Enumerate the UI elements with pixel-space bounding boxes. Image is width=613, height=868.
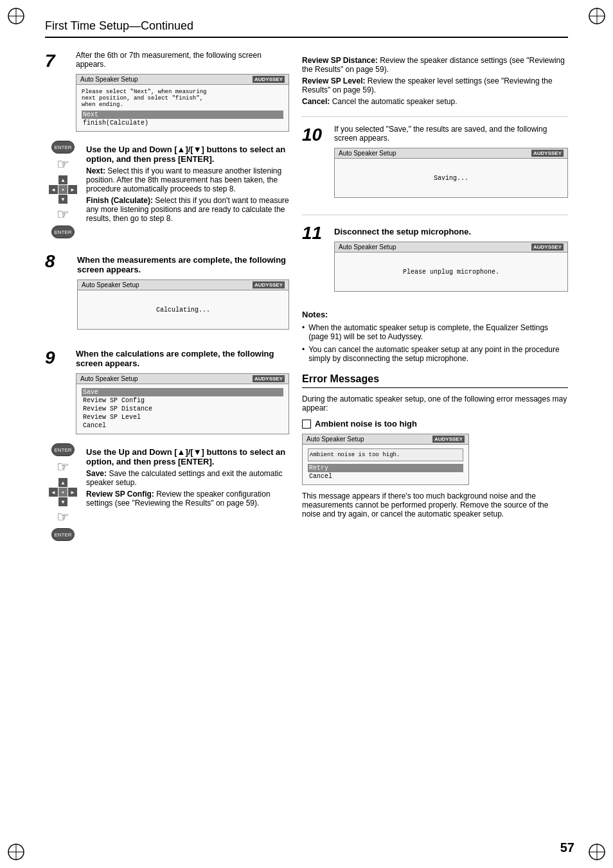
arrow-empty-1 bbox=[49, 175, 58, 184]
step-7-screen-header: Auto Speaker Setup AUDYSSEY bbox=[76, 75, 289, 85]
step-10-screen-title: Auto Speaker Setup bbox=[339, 150, 396, 157]
error-intro: During the automatic speaker setup, one … bbox=[302, 394, 568, 412]
divider-1 bbox=[302, 116, 568, 117]
note-1-bullet: • bbox=[302, 323, 305, 341]
page-title: First Time Setup—Continued bbox=[45, 19, 193, 32]
ambient-noise-screen-body: Ambient noise is too high. Retry Cancel bbox=[303, 445, 468, 484]
step-9-number: 9 bbox=[45, 348, 71, 439]
step-7-intro-text: After the 6th or 7th measurement, the fo… bbox=[76, 51, 289, 69]
step-7-screen-text: Please select "Next", when measuring nex… bbox=[82, 89, 283, 108]
step-7-screen-body: Please select "Next", when measuring nex… bbox=[76, 85, 289, 131]
corner-mark-top-right bbox=[587, 6, 607, 26]
right-column: Review SP Distance: Review the speaker d… bbox=[302, 51, 568, 554]
step-9-arrow-empty-1 bbox=[49, 478, 58, 487]
ambient-noise-desc: This message appears if there's too much… bbox=[302, 492, 568, 518]
step-9-menu-level: Review SP Level bbox=[82, 413, 283, 421]
step-8-screen: Auto Speaker Setup AUDYSSEY Calculating.… bbox=[77, 279, 289, 330]
ambient-noise-cancel: Cancel bbox=[308, 472, 463, 481]
ambient-noise-screen-title: Auto Speaker Setup bbox=[306, 436, 364, 443]
step-7-menu-finish: finish(Calculate) bbox=[82, 119, 283, 127]
step-11-screen-text: Please unplug microphone. bbox=[403, 269, 499, 276]
note-1: • When the automatic speaker setup is co… bbox=[302, 323, 568, 341]
step-8-screen-header: Auto Speaker Setup AUDYSSEY bbox=[78, 280, 289, 290]
corner-mark-top-left bbox=[6, 6, 26, 26]
step-9-config: Review SP Config: Review the speaker con… bbox=[86, 490, 289, 508]
arrow-right: ► bbox=[68, 185, 77, 194]
step-9-menu-cancel: Cancel bbox=[82, 421, 283, 430]
step-9-body: ENTER ☞ ▲ ◄ ● ► ▼ ☞ bbox=[45, 443, 289, 541]
step-9-menu-config: Review SP Config bbox=[82, 396, 283, 405]
ambient-noise-retry: Retry bbox=[308, 464, 463, 472]
arrow-empty-3 bbox=[49, 195, 58, 204]
notes-section: Notes: • When the automatic speaker setu… bbox=[302, 310, 568, 363]
step-8-content: When the measurements are complete, the … bbox=[77, 251, 289, 335]
step-9-hand-1: ☞ bbox=[57, 459, 69, 475]
step-9-arrow-right: ► bbox=[68, 488, 77, 497]
step-10-audyssey-badge: AUDYSSEY bbox=[531, 150, 564, 157]
step-7-item-finish: Finish (Calculate): Select this if you d… bbox=[86, 196, 289, 223]
left-column: 7 After the 6th or 7th measurement, the … bbox=[45, 51, 289, 554]
step-9-arrow-center: ● bbox=[58, 488, 67, 497]
step-9-arrow-empty-3 bbox=[49, 497, 58, 506]
step-7-audyssey-badge: AUDYSSEY bbox=[253, 76, 285, 83]
step-9-audyssey-badge: AUDYSSEY bbox=[253, 375, 285, 382]
arrow-left: ◄ bbox=[49, 185, 58, 194]
step-9-block: 9 When the calculations are complete, th… bbox=[45, 348, 289, 541]
arrow-down: ▼ bbox=[58, 195, 67, 204]
step-7-hand-icon-2: ☞ bbox=[57, 206, 69, 223]
step-8-instruction: When the measurements are complete, the … bbox=[77, 255, 289, 274]
step-9-arrow-empty-2 bbox=[68, 478, 77, 487]
step-11-screen-title: Auto Speaker Setup bbox=[339, 244, 396, 251]
step-7-enter-btn-bottom: ENTER bbox=[51, 226, 75, 238]
step-8-block: 8 When the measurements are complete, th… bbox=[45, 251, 289, 335]
step-10-intro: If you selected "Save," the results are … bbox=[334, 125, 568, 143]
step-9-cancel-text: Cancel the automatic speaker setup. bbox=[332, 97, 458, 106]
step-7-header: 7 After the 6th or 7th measurement, the … bbox=[45, 51, 289, 137]
page-container: First Time Setup—Continued 7 After the 6… bbox=[0, 0, 613, 868]
step-7-screen: Auto Speaker Setup AUDYSSEY Please selec… bbox=[76, 74, 289, 132]
note-2-bullet: • bbox=[302, 345, 305, 363]
step-9-screen-body: Save Review SP Config Review SP Distance… bbox=[76, 384, 289, 434]
step-9-remote: ENTER ☞ ▲ ◄ ● ► ▼ ☞ bbox=[45, 443, 81, 541]
step-9-cancel-label: Cancel: bbox=[302, 97, 330, 106]
step-9-arrow-left: ◄ bbox=[49, 488, 58, 497]
step-9-arrow-down: ▼ bbox=[58, 497, 67, 506]
page-number: 57 bbox=[560, 840, 574, 855]
step-9-arrow-up: ▲ bbox=[58, 478, 67, 487]
arrow-empty-4 bbox=[68, 195, 77, 204]
note-2-text: You can cancel the automatic speaker set… bbox=[308, 345, 568, 363]
step-9-save-label: Save: bbox=[86, 469, 107, 478]
step-7-enter-btn-top: ENTER bbox=[51, 141, 75, 154]
step-9-text-area: Use the Up and Down [▲]/[▼] buttons to s… bbox=[86, 443, 289, 541]
step-8-screen-body: Calculating... bbox=[78, 290, 289, 329]
note-1-text: When the automatic speaker setup is comp… bbox=[308, 323, 568, 341]
step-7-item-next-label: Next: bbox=[86, 166, 105, 175]
step-10-number: 10 bbox=[302, 125, 328, 203]
step-9-hand-2: ☞ bbox=[57, 509, 69, 526]
step-10-screen-body: Saving... bbox=[335, 159, 567, 197]
step-9-save-text: Save the calculated settings and exit th… bbox=[86, 469, 283, 487]
notes-title: Notes: bbox=[302, 310, 568, 319]
step-11-audyssey-badge: AUDYSSEY bbox=[531, 244, 564, 251]
step-10-screen-header: Auto Speaker Setup AUDYSSEY bbox=[335, 148, 567, 159]
arrow-center: ● bbox=[58, 185, 67, 194]
step-7-body: ENTER ☞ ▲ ◄ ● ► ▼ bbox=[45, 141, 289, 238]
step-9-config-label: Review SP Config: bbox=[86, 490, 154, 499]
step-9-screen-title: Auto Speaker Setup bbox=[80, 375, 138, 382]
step-9-header: 9 When the calculations are complete, th… bbox=[45, 348, 289, 439]
step-9-level: Review SP Level: Review the speaker leve… bbox=[302, 76, 568, 94]
step-7-screen-title: Auto Speaker Setup bbox=[80, 76, 138, 83]
step-9-instruction2: Use the Up and Down [▲]/[▼] buttons to s… bbox=[86, 447, 289, 466]
step-9-enter-btn-bottom: ENTER bbox=[51, 528, 75, 541]
step-7-block: 7 After the 6th or 7th measurement, the … bbox=[45, 51, 289, 238]
step-9-cancel: Cancel: Cancel the automatic speaker set… bbox=[302, 97, 568, 106]
step-9-level-label: Review SP Level: bbox=[302, 76, 366, 85]
ambient-noise-screen: Auto Speaker Setup AUDYSSEY Ambient nois… bbox=[302, 434, 469, 485]
step-9-enter-btn-top: ENTER bbox=[51, 443, 75, 456]
step-7-arrow-group: ▲ ◄ ● ► ▼ bbox=[49, 175, 77, 204]
step-7-menu-next: Next bbox=[82, 111, 283, 119]
step-9-right: Review SP Distance: Review the speaker d… bbox=[302, 56, 568, 106]
step-7-intro: After the 6th or 7th measurement, the fo… bbox=[76, 51, 289, 137]
step-7-item-finish-label: Finish (Calculate): bbox=[86, 196, 153, 205]
step-11-number: 11 bbox=[302, 223, 328, 297]
